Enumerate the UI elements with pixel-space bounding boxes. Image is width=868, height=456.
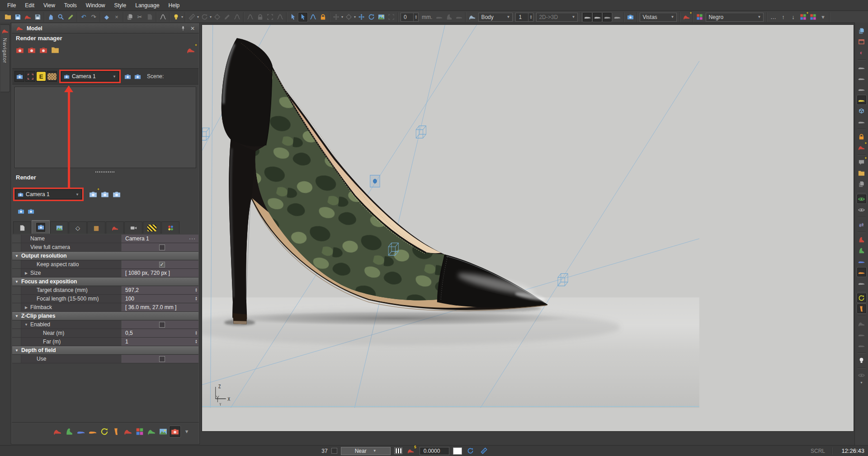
chevron-down-icon[interactable]: ▾ — [210, 15, 212, 19]
render-folder-icon[interactable] — [50, 45, 61, 56]
align-center-icon[interactable] — [212, 13, 222, 22]
cost-shoe-icon[interactable]: $ — [406, 447, 415, 456]
add-palette-icon[interactable]: + — [798, 13, 807, 22]
part-sole-1-icon[interactable] — [857, 63, 866, 72]
eraser-icon[interactable]: ◆ — [102, 13, 111, 22]
view-side-icon[interactable] — [603, 13, 612, 22]
collapse-caret-icon[interactable]: ▼ — [12, 280, 21, 284]
camera-point-gizmo[interactable] — [370, 175, 380, 187]
show-last-icon[interactable] — [857, 194, 866, 203]
property-value[interactable]: [ 36.0 mm, 27.0 mm ] — [122, 303, 198, 311]
filter-toggle-button[interactable] — [25, 71, 35, 82]
camera-view-toggle-button[interactable] — [14, 71, 24, 82]
offset-input[interactable]: 0▲▼ — [401, 13, 419, 22]
spinner-arrows[interactable]: ▲▼ — [195, 295, 198, 303]
tab-colors-icon[interactable] — [166, 223, 175, 232]
group-row[interactable]: ▼Focus and exposition — [12, 277, 198, 286]
render-palette-icon[interactable] — [38, 45, 49, 56]
mode-select[interactable]: 2D->3D▼ — [536, 13, 578, 22]
delete-tool-icon[interactable]: × — [112, 13, 121, 22]
exposure-toggle-button[interactable]: E — [36, 71, 46, 82]
menu-tools[interactable]: Tools — [60, 0, 81, 10]
near-select[interactable]: Near ▼ — [341, 447, 391, 455]
sole-orange-tool-icon[interactable] — [87, 426, 98, 437]
tab-uv-icon[interactable]: ◇ — [73, 223, 82, 232]
edit-tools-icon[interactable] — [66, 13, 75, 22]
curve-cut-icon[interactable] — [275, 13, 284, 22]
last-red-icon[interactable] — [857, 235, 866, 244]
menu-view[interactable]: View — [39, 0, 60, 10]
cut-icon[interactable]: ✂ — [135, 13, 144, 22]
close-icon[interactable]: ✕ — [189, 25, 196, 32]
part-sole-3-icon[interactable] — [857, 85, 866, 94]
tab-materials-icon[interactable] — [147, 225, 156, 231]
selection-frame-icon[interactable] — [265, 13, 274, 22]
menu-help[interactable]: Help — [164, 0, 184, 10]
texture-tool-icon[interactable] — [377, 13, 386, 22]
pin-icon[interactable] — [179, 25, 187, 32]
menu-edit[interactable]: Edit — [20, 0, 39, 10]
navigator-tab[interactable]: Navigator — [0, 24, 10, 92]
pan-view-icon[interactable] — [46, 13, 55, 22]
eye-options-icon[interactable] — [857, 371, 866, 380]
window-lock-icon[interactable] — [857, 132, 866, 141]
checkbox[interactable]: ✓ — [159, 262, 165, 268]
add-light-icon[interactable] — [171, 13, 180, 22]
chevron-down-icon[interactable]: ▾ — [181, 15, 183, 19]
move-tool-icon[interactable] — [357, 13, 366, 22]
lock-small-icon[interactable] — [255, 13, 264, 22]
heel-orange-icon[interactable] — [857, 304, 866, 313]
undo-icon[interactable]: ↶ — [79, 13, 88, 22]
property-value[interactable]: Camera 1··· — [122, 235, 198, 243]
color-select[interactable]: Negro▼ — [706, 13, 764, 22]
arc-tool-icon[interactable] — [200, 13, 209, 22]
swap-views-icon[interactable]: ⇄ — [857, 220, 866, 229]
property-value[interactable]: 100▲▼ — [122, 295, 198, 303]
menu-style[interactable]: Style — [110, 0, 131, 10]
export-shoe-icon[interactable] — [123, 426, 133, 437]
barcode-icon[interactable] — [394, 447, 402, 454]
remove-camera-icon[interactable] — [99, 189, 110, 200]
tab-materials[interactable] — [143, 221, 161, 234]
camera-select-render[interactable]: Camera 1 ▼ — [15, 189, 82, 199]
view-upper-icon[interactable] — [583, 13, 592, 22]
property-value[interactable]: 0,5▲▼ — [122, 329, 198, 337]
paste-icon[interactable] — [145, 13, 154, 22]
sole-blue-icon[interactable] — [857, 257, 866, 266]
axis-mode-icon[interactable] — [331, 13, 340, 22]
collapse-caret-icon[interactable]: ▼ — [12, 314, 21, 318]
curve-select-icon[interactable] — [308, 13, 317, 22]
group-row[interactable]: ▼Depth of field — [12, 346, 198, 355]
snapshot-folder-icon[interactable] — [857, 169, 866, 178]
texture-toggle-icon[interactable] — [47, 73, 57, 80]
camera-select-top[interactable]: Camera 1 ▼ — [61, 71, 119, 81]
render-scene-icon[interactable] — [26, 207, 35, 216]
flatten-part-icon[interactable] — [454, 13, 463, 22]
property-value[interactable]: 1▲▼ — [122, 338, 198, 346]
collapse-caret-icon[interactable]: ▼ — [12, 254, 21, 258]
window-model-add-icon[interactable]: + — [857, 143, 866, 152]
chevron-down-icon[interactable]: ▾ — [197, 15, 199, 19]
redo-icon[interactable]: ↷ — [89, 13, 98, 22]
layer-input[interactable]: 1▲▼ — [515, 13, 533, 22]
add-camera-icon[interactable]: + — [88, 189, 99, 200]
copy-view-icon[interactable] — [857, 179, 866, 188]
render-record-icon[interactable] — [26, 45, 37, 56]
cascade-windows-icon[interactable] — [857, 26, 866, 35]
exposure-toggle-icon[interactable]: E — [37, 72, 46, 81]
turn-circle-icon[interactable] — [857, 293, 866, 302]
open-file-icon[interactable] — [3, 13, 12, 22]
filter-toggle-icon[interactable] — [26, 72, 35, 81]
placeholder-tool-icon[interactable] — [387, 13, 396, 22]
property-value[interactable]: 597,2▲▼ — [122, 286, 198, 294]
render-queue-icon[interactable] — [52, 426, 63, 437]
turn-tool-icon[interactable] — [99, 426, 110, 437]
spinner-arrows[interactable]: ▲▼ — [195, 338, 198, 346]
menu-window[interactable]: Window — [81, 0, 110, 10]
measure-icon[interactable] — [187, 13, 196, 22]
sole-orange-icon[interactable] — [857, 268, 866, 277]
checkbox[interactable] — [159, 322, 165, 328]
tab-camera-icon[interactable] — [36, 223, 45, 232]
expand-caret-icon[interactable]: ▼ — [24, 323, 28, 327]
menu-file[interactable]: File — [3, 0, 20, 10]
